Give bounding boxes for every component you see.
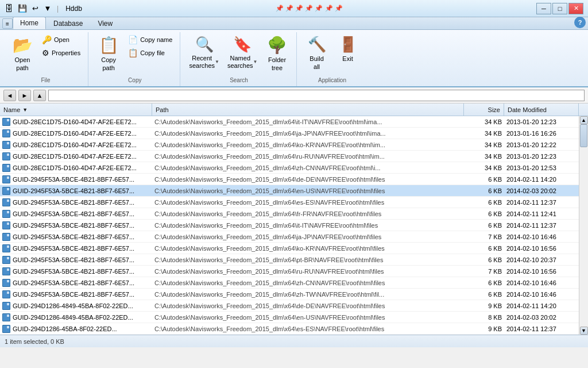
qat-dropdown-button[interactable]: ▼: [42, 3, 53, 14]
scroll-thumb[interactable]: [580, 124, 587, 147]
recent-searches-button[interactable]: 🔍 Recentsearches ▼: [186, 33, 222, 72]
ribbon-group-application: 🔨 Buildall 🚪 Exit Application: [298, 32, 367, 86]
ribbon-group-copy: 📋 Copypath 📄 Copy name 📋 Copy file Copy: [90, 32, 180, 86]
named-searches-button[interactable]: 🔖 Namedsearches ▼: [225, 33, 261, 72]
file-type-icon: [2, 141, 10, 149]
help-button[interactable]: ?: [574, 17, 586, 28]
copy-file-button[interactable]: 📋 Copy file: [125, 47, 175, 59]
app-menu-icon[interactable]: 🗄: [5, 3, 13, 13]
table-row[interactable]: GUID-2945F53A-5BCE-4B21-8BF7-6E57...C:\A…: [0, 185, 579, 197]
vertical-scrollbar[interactable]: ▲ ▼: [579, 116, 588, 335]
file-name-cell: GUID-294D1286-4849-45BA-8F02-22ED...: [0, 313, 152, 321]
qat-save-button[interactable]: 💾: [17, 3, 28, 14]
minimize-button[interactable]: ─: [536, 3, 551, 14]
file-name-cell: GUID-28EC1D75-D160-4D47-AF2E-EE72...: [0, 152, 152, 160]
col-header-size[interactable]: Size: [464, 103, 504, 116]
open-button[interactable]: 🔑 Open: [39, 33, 83, 46]
file-path-cell: C:\Autodesk\Navisworks_Freedom_2015_dlm\…: [152, 210, 464, 217]
build-all-button[interactable]: 🔨 Buildall: [303, 33, 331, 74]
open-label: Open: [54, 36, 69, 43]
ribbon-group-search-label: Search: [186, 77, 291, 85]
file-type-icon: [2, 325, 10, 333]
file-list-container: Name ▼ Path Size Date Modified GUID-28EC…: [0, 103, 588, 335]
close-button[interactable]: ✕: [568, 3, 583, 14]
file-date-cell: 2014-02-11 12:41: [504, 210, 579, 217]
file-path-cell: C:\Autodesk\Navisworks_Freedom_2015_dlm\…: [152, 222, 464, 229]
qat-undo-button[interactable]: ↩: [29, 3, 41, 14]
file-path-cell: C:\Autodesk\Navisworks_Freedom_2015_dlm\…: [152, 268, 464, 275]
tab-file-icon[interactable]: ≡: [2, 18, 13, 29]
file-list[interactable]: GUID-28EC1D75-D160-4D47-AF2E-EE72...C:\A…: [0, 116, 579, 335]
file-name-cell: GUID-2945F53A-5BCE-4B21-8BF7-6E57...: [0, 267, 152, 275]
table-row[interactable]: GUID-2945F53A-5BCE-4B21-8BF7-6E57...C:\A…: [0, 197, 579, 208]
file-size-cell: 34 KB: [464, 118, 504, 125]
forward-button[interactable]: ►: [18, 90, 31, 101]
copy-name-button[interactable]: 📄 Copy name: [125, 33, 175, 46]
file-size-cell: 6 KB: [464, 222, 504, 229]
exit-button[interactable]: 🚪 Exit: [334, 33, 362, 65]
table-row[interactable]: GUID-2945F53A-5BCE-4B21-8BF7-6E57...C:\A…: [0, 174, 579, 185]
folder-tree-button[interactable]: 🌳 Foldertree: [263, 33, 292, 75]
table-row[interactable]: GUID-28EC1D75-D160-4D47-AF2E-EE72...C:\A…: [0, 116, 579, 128]
table-row[interactable]: GUID-2945F53A-5BCE-4B21-8BF7-6E57...C:\A…: [0, 243, 579, 254]
properties-button[interactable]: ⚙ Properties: [39, 47, 83, 59]
col-header-name[interactable]: Name ▼: [0, 103, 152, 116]
file-name-text: GUID-2945F53A-5BCE-4B21-8BF7-6E57...: [13, 210, 134, 217]
file-path-cell: C:\Autodesk\Navisworks_Freedom_2015_dlm\…: [152, 141, 464, 148]
table-row[interactable]: GUID-28EC1D75-D160-4D47-AF2E-EE72...C:\A…: [0, 151, 579, 162]
file-date-cell: 2014-02-11 12:37: [504, 222, 579, 229]
table-row[interactable]: GUID-2945F53A-5BCE-4B21-8BF7-6E57...C:\A…: [0, 266, 579, 277]
address-input[interactable]: [48, 90, 585, 101]
up-button[interactable]: ▲: [33, 90, 46, 101]
scroll-up-button[interactable]: ▲: [580, 116, 588, 124]
table-row[interactable]: GUID-294D1286-45BA-8F02-22ED...C:\Autode…: [0, 323, 579, 335]
col-header-date[interactable]: Date Modified: [504, 103, 579, 116]
file-path-cell: C:\Autodesk\Navisworks_Freedom_2015_dlm\…: [152, 302, 464, 309]
table-row[interactable]: GUID-2945F53A-5BCE-4B21-8BF7-6E57...C:\A…: [0, 289, 579, 300]
taskbar-area: 📌 📌 📌 📌 📌 📌 📌: [276, 5, 342, 12]
tab-database[interactable]: Database: [46, 17, 90, 29]
file-path-cell: C:\Autodesk\Navisworks_Freedom_2015_dlm\…: [152, 256, 464, 263]
file-type-icon: [2, 221, 10, 229]
table-row[interactable]: GUID-2945F53A-5BCE-4B21-8BF7-6E57...C:\A…: [0, 220, 579, 231]
table-row[interactable]: GUID-2945F53A-5BCE-4B21-8BF7-6E57...C:\A…: [0, 254, 579, 266]
table-row[interactable]: GUID-294D1286-4849-45BA-8F02-22ED...C:\A…: [0, 300, 579, 312]
ribbon-group-search: 🔍 Recentsearches ▼ 🔖 Namedsearches ▼ 🌳 F…: [181, 32, 296, 86]
table-row[interactable]: GUID-2945F53A-5BCE-4B21-8BF7-6E57...C:\A…: [0, 277, 579, 289]
table-row[interactable]: GUID-28EC1D75-D160-4D47-AF2E-EE72...C:\A…: [0, 162, 579, 174]
open-path-label: Openpath: [15, 56, 30, 72]
file-size-cell: 7 KB: [464, 268, 504, 275]
col-header-path[interactable]: Path: [152, 103, 464, 116]
status-text: 1 item selected, 0 KB: [5, 338, 64, 345]
copy-path-button[interactable]: 📋 Copypath: [94, 33, 123, 75]
table-row[interactable]: GUID-2945F53A-5BCE-4B21-8BF7-6E57...C:\A…: [0, 231, 579, 243]
file-name-text: GUID-28EC1D75-D160-4D47-AF2E-EE72...: [13, 164, 137, 171]
file-size-cell: 6 KB: [464, 187, 504, 194]
table-row[interactable]: GUID-294D1286-4849-45BA-8F02-22ED...C:\A…: [0, 312, 579, 323]
file-type-icon: [2, 267, 10, 275]
back-button[interactable]: ◄: [3, 90, 16, 101]
file-size-cell: 34 KB: [464, 164, 504, 171]
copy-small-buttons: 📄 Copy name 📋 Copy file: [125, 33, 175, 59]
file-name-cell: GUID-28EC1D75-D160-4D47-AF2E-EE72...: [0, 118, 152, 126]
file-path-cell: C:\Autodesk\Navisworks_Freedom_2015_dlm\…: [152, 325, 464, 332]
file-date-cell: 2013-01-16 16:26: [504, 130, 579, 137]
title-bar: 🗄 💾 ↩ ▼ | Hddb 📌 📌 📌 📌 📌 📌 📌 ─ □ ✕: [0, 0, 588, 17]
window-title: Hddb: [65, 5, 82, 13]
file-date-cell: 2014-02-11 14:20: [504, 302, 579, 309]
scroll-down-button[interactable]: ▼: [580, 327, 588, 335]
table-row[interactable]: GUID-28EC1D75-D160-4D47-AF2E-EE72...C:\A…: [0, 128, 579, 139]
file-path-cell: C:\Autodesk\Navisworks_Freedom_2015_dlm\…: [152, 279, 464, 286]
open-path-button[interactable]: 📂 Openpath: [8, 33, 37, 75]
tab-home[interactable]: Home: [13, 17, 46, 29]
tab-view[interactable]: View: [90, 17, 120, 29]
file-size-cell: 34 KB: [464, 153, 504, 160]
file-date-cell: 2014-02-11 12:37: [504, 199, 579, 206]
build-all-icon: 🔨: [308, 36, 326, 53]
file-name-text: GUID-294D1286-45BA-8F02-22ED...: [13, 325, 117, 332]
table-row[interactable]: GUID-2945F53A-5BCE-4B21-8BF7-6E57...C:\A…: [0, 208, 579, 220]
file-size-cell: 6 KB: [464, 256, 504, 263]
quick-access-toolbar: 🗄 💾 ↩ ▼ |: [5, 3, 61, 14]
maximize-button[interactable]: □: [552, 3, 567, 14]
table-row[interactable]: GUID-28EC1D75-D160-4D47-AF2E-EE72...C:\A…: [0, 139, 579, 151]
